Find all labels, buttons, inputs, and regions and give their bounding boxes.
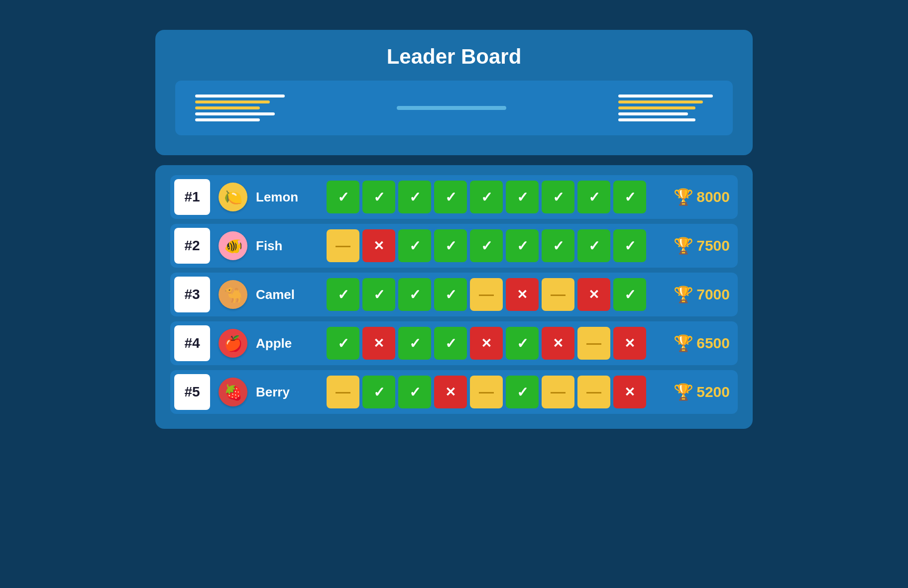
cell-1-1: ✓ (327, 181, 359, 213)
cell-1-7: ✓ (542, 181, 574, 213)
cell-4-3: ✓ (398, 327, 431, 360)
cell-2-4: ✓ (434, 229, 467, 262)
leaderboard-row-2: #2🐠Fish—✕✓✓✓✓✓✓✓🏆7500 (170, 224, 738, 268)
cell-4-1: ✓ (327, 327, 359, 360)
avatar-apple-character: 🍎 (216, 326, 250, 360)
cell-1-3: ✓ (398, 181, 431, 213)
cell-3-6: ✕ (506, 278, 539, 311)
filter-line-2 (195, 100, 270, 103)
trophy-icon: 🏆 (674, 334, 693, 353)
filter-line-r4 (618, 112, 688, 115)
rank-badge-1: #1 (174, 179, 210, 215)
cell-3-8: ✕ (577, 278, 610, 311)
page-container: Leader Board #1🍋Lemon✓✓✓✓✓✓✓ (155, 30, 753, 429)
cell-1-5: ✓ (470, 181, 503, 213)
cell-3-5: — (470, 278, 503, 311)
leaderboard-row-5: #5🍓Berry—✓✓✕—✓——✕🏆5200 (170, 370, 738, 414)
cell-5-4: ✕ (434, 376, 467, 408)
trophy-icon: 🏆 (674, 285, 693, 304)
filter-line-r1 (618, 95, 713, 98)
score-value-4: 6500 (696, 335, 730, 352)
filter-lines-right (618, 95, 713, 121)
cell-1-9: ✓ (613, 181, 646, 213)
avatar-berry-character: 🍓 (216, 375, 250, 409)
rank-badge-4: #4 (174, 325, 210, 361)
score-value-3: 7000 (696, 286, 730, 303)
cell-3-3: ✓ (398, 278, 431, 311)
rank-badge-3: #3 (174, 277, 210, 312)
cell-5-6: ✓ (506, 376, 539, 408)
score-area-1: 🏆8000 (660, 188, 730, 206)
cell-4-2: ✕ (362, 327, 395, 360)
filter-line-5 (195, 118, 260, 121)
cell-3-9: ✓ (613, 278, 646, 311)
filter-line-r3 (618, 106, 695, 109)
rank-badge-2: #2 (174, 228, 210, 264)
player-name-4: Apple (256, 336, 321, 351)
cell-1-8: ✓ (577, 181, 610, 213)
filter-center-bar (397, 106, 506, 110)
cell-5-3: ✓ (398, 376, 431, 408)
cell-4-6: ✓ (506, 327, 539, 360)
leaderboard-row-3: #3🐪Camel✓✓✓✓—✕—✕✓🏆7000 (170, 273, 738, 316)
checks-grid-2: —✕✓✓✓✓✓✓✓ (327, 229, 654, 262)
checks-grid-4: ✓✕✓✓✕✓✕—✕ (327, 327, 654, 360)
trophy-icon: 🏆 (674, 236, 693, 255)
leaderboard-row-1: #1🍋Lemon✓✓✓✓✓✓✓✓✓🏆8000 (170, 175, 738, 219)
cell-3-7: — (542, 278, 574, 311)
leaderboard-row-4: #4🍎Apple✓✕✓✓✕✓✕—✕🏆6500 (170, 321, 738, 365)
cell-4-8: — (577, 327, 610, 360)
leaderboard-card: #1🍋Lemon✓✓✓✓✓✓✓✓✓🏆8000#2🐠Fish—✕✓✓✓✓✓✓✓🏆7… (155, 165, 753, 429)
cell-3-4: ✓ (434, 278, 467, 311)
cell-1-6: ✓ (506, 181, 539, 213)
checks-grid-5: —✓✓✕—✓——✕ (327, 376, 654, 408)
filter-line-r2 (618, 100, 703, 103)
cell-3-1: ✓ (327, 278, 359, 311)
cell-2-6: ✓ (506, 229, 539, 262)
cell-4-7: ✕ (542, 327, 574, 360)
filter-line-1 (195, 95, 285, 98)
cell-2-5: ✓ (470, 229, 503, 262)
cell-2-8: ✓ (577, 229, 610, 262)
header-card: Leader Board (155, 30, 753, 155)
avatar-fish-character: 🐠 (216, 229, 250, 263)
player-name-2: Fish (256, 238, 321, 254)
trophy-icon: 🏆 (674, 383, 693, 401)
cell-1-2: ✓ (362, 181, 395, 213)
score-area-2: 🏆7500 (660, 236, 730, 255)
cell-2-9: ✓ (613, 229, 646, 262)
cell-1-4: ✓ (434, 181, 467, 213)
player-name-5: Berry (256, 385, 321, 400)
score-value-1: 8000 (696, 189, 730, 205)
score-value-5: 5200 (696, 384, 730, 400)
player-name-1: Lemon (256, 190, 321, 205)
score-area-5: 🏆5200 (660, 383, 730, 401)
cell-5-5: — (470, 376, 503, 408)
filter-line-r5 (618, 118, 695, 121)
avatar-camel-character: 🐪 (216, 278, 250, 311)
rank-badge-5: #5 (174, 374, 210, 410)
filter-line-3 (195, 106, 260, 109)
cell-2-2: ✕ (362, 229, 395, 262)
avatar-lemon-character: 🍋 (216, 180, 250, 214)
cell-4-5: ✕ (470, 327, 503, 360)
score-area-3: 🏆7000 (660, 285, 730, 304)
score-value-2: 7500 (696, 237, 730, 254)
cell-5-7: — (542, 376, 574, 408)
cell-5-8: — (577, 376, 610, 408)
checks-grid-3: ✓✓✓✓—✕—✕✓ (327, 278, 654, 311)
checks-grid-1: ✓✓✓✓✓✓✓✓✓ (327, 181, 654, 213)
trophy-icon: 🏆 (674, 188, 693, 206)
cell-2-7: ✓ (542, 229, 574, 262)
cell-5-9: ✕ (613, 376, 646, 408)
filter-lines-left (195, 95, 285, 121)
player-name-3: Camel (256, 287, 321, 302)
page-title: Leader Board (175, 45, 733, 69)
cell-4-9: ✕ (613, 327, 646, 360)
cell-5-2: ✓ (362, 376, 395, 408)
cell-4-4: ✓ (434, 327, 467, 360)
header-filters (175, 81, 733, 135)
cell-2-1: — (327, 229, 359, 262)
score-area-4: 🏆6500 (660, 334, 730, 353)
cell-5-1: — (327, 376, 359, 408)
